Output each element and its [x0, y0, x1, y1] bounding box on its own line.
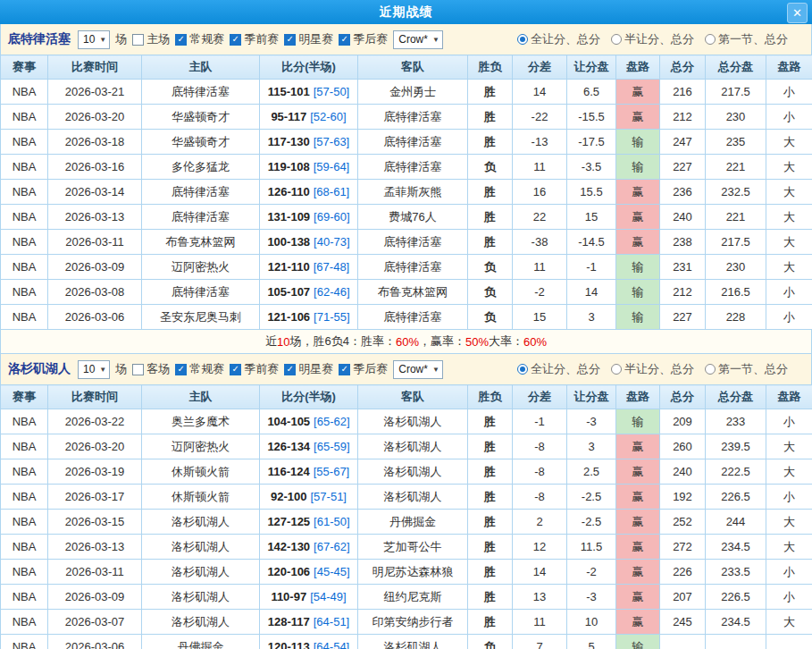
checkbox-icon: ✓: [339, 34, 350, 46]
diff-cell: 14: [513, 560, 567, 585]
column-header: 分差: [513, 385, 567, 409]
column-header: 比赛时间: [48, 55, 142, 80]
total-result-cell: 小: [766, 80, 812, 105]
filter-checkbox-venue[interactable]: 主场: [132, 31, 170, 47]
radio-half-handicap-total[interactable]: 半让分、总分: [611, 31, 694, 47]
result-cell: 胜: [468, 459, 513, 485]
handicap-result-cell: 赢: [616, 205, 660, 230]
radio-icon: [611, 364, 622, 375]
handicap-result-cell: 赢: [616, 535, 660, 560]
column-header: 客队: [358, 55, 468, 80]
score-cell: 120-106[45-45]: [260, 560, 358, 585]
home-team-cell: 多伦多猛龙: [142, 155, 260, 180]
summary-text-segment: ，赢率：: [419, 333, 465, 350]
date-cell: 2026-03-08: [48, 280, 142, 305]
bookmaker-select[interactable]: Crow*▼: [393, 360, 443, 379]
summary-text-segment: 50%: [465, 335, 489, 349]
total-result-cell: 大: [766, 205, 812, 230]
result-cell: 胜: [468, 510, 513, 535]
league-cell: NBA: [1, 180, 48, 205]
half-score: [57-50]: [314, 85, 349, 98]
home-team-cell: 洛杉矶湖人: [142, 535, 260, 560]
close-button[interactable]: ✕: [787, 3, 808, 23]
handicap-cell: -3: [567, 585, 616, 610]
total-result-cell: 大: [766, 510, 812, 535]
games-count-select[interactable]: 10▼: [78, 360, 110, 379]
away-team-cell: 底特律活塞: [358, 305, 468, 330]
total-cell: [660, 635, 706, 649]
half-score: [62-46]: [314, 285, 349, 299]
league-cell: NBA: [1, 155, 48, 180]
handicap-result-cell: 赢: [616, 230, 660, 255]
date-cell: 2026-03-21: [48, 80, 142, 105]
final-score: 95-117: [271, 110, 306, 123]
handicap-cell: -2: [567, 560, 616, 585]
radio-label: 第一节、总分: [718, 361, 788, 377]
final-score: 127-125: [267, 515, 310, 528]
handicap-cell: -14.5: [567, 230, 616, 255]
total-cell: 209: [660, 409, 706, 434]
column-header: 赛事: [1, 55, 48, 80]
radio-first-quarter-total[interactable]: 第一节、总分: [705, 31, 788, 47]
summary-text-segment: 60%: [396, 335, 419, 349]
total-result-cell: [766, 635, 812, 649]
handicap-cell: 3: [567, 434, 616, 459]
filter-checkbox-allstar[interactable]: ✓明星赛: [284, 31, 333, 47]
checkbox-icon: ✓: [230, 34, 241, 46]
handicap-result-cell: 赢: [616, 560, 660, 585]
filter-checkbox-regular-season[interactable]: ✓常规赛: [175, 361, 224, 377]
filter-checkbox-allstar[interactable]: ✓明星赛: [284, 361, 333, 377]
checkbox-label: 明星赛: [298, 361, 333, 377]
filter-checkbox-preseason[interactable]: ✓季前赛: [230, 31, 279, 47]
total-line-cell: [706, 635, 766, 649]
radio-full-handicap-total[interactable]: 全让分、总分: [517, 361, 600, 377]
home-team-cell: 底特律活塞: [142, 205, 260, 230]
total-line-cell: 226.5: [706, 585, 766, 610]
column-header: 盘路: [616, 385, 660, 409]
half-score: [61-50]: [314, 515, 349, 528]
radio-half-handicap-total[interactable]: 半让分、总分: [611, 361, 694, 377]
radio-label: 全让分、总分: [531, 361, 600, 377]
column-header: 总分盘: [706, 55, 766, 80]
column-header: 盘路: [616, 55, 660, 80]
radio-full-handicap-total[interactable]: 全让分、总分: [517, 31, 600, 47]
table-row: NBA2026-03-14底特律活塞126-110[68-61]孟菲斯灰熊胜16…: [1, 180, 812, 205]
filter-checkbox-venue[interactable]: 客场: [132, 361, 170, 377]
final-score: 121-106: [267, 310, 310, 324]
away-team-cell: 底特律活塞: [358, 230, 468, 255]
table-row: NBA2026-03-15洛杉矶湖人127-125[61-50]丹佛掘金胜2-2…: [1, 510, 812, 535]
team-name: 底特律活塞: [8, 31, 71, 47]
filter-checkbox-regular-season[interactable]: ✓常规赛: [175, 31, 224, 47]
column-header: 主队: [142, 55, 260, 80]
handicap-cell: -2.5: [567, 485, 616, 510]
handicap-cell: 10: [567, 610, 616, 635]
filter-checkbox-playoffs[interactable]: ✓季后赛: [339, 31, 388, 47]
summary-text-segment: 场，胜6负4：胜率：: [289, 333, 395, 350]
radio-icon: [517, 364, 528, 375]
handicap-cell: -15.5: [567, 105, 616, 130]
score-cell: 121-106[71-55]: [260, 305, 358, 330]
total-result-cell: 大: [766, 130, 812, 155]
away-team-cell: 孟菲斯灰熊: [358, 180, 468, 205]
total-cell: 252: [660, 510, 706, 535]
column-header: 赛事: [1, 385, 48, 409]
result-cell: 胜: [468, 585, 513, 610]
chevron-down-icon: ▼: [99, 366, 106, 374]
result-cell: 负: [468, 280, 513, 305]
filter-checkbox-playoffs[interactable]: ✓季后赛: [339, 361, 388, 377]
home-team-cell: 洛杉矶湖人: [142, 610, 260, 635]
filter-checkbox-preseason[interactable]: ✓季前赛: [230, 361, 279, 377]
total-result-cell: 小: [766, 305, 812, 330]
date-cell: 2026-03-19: [48, 459, 142, 485]
final-score: 92-100: [271, 490, 306, 503]
bookmaker-select[interactable]: Crow*▼: [393, 30, 443, 49]
radio-first-quarter-total[interactable]: 第一节、总分: [705, 361, 788, 377]
away-team-cell: 丹佛掘金: [358, 510, 468, 535]
score-cell: 117-130[57-63]: [260, 130, 358, 155]
games-count-select[interactable]: 10▼: [78, 30, 110, 49]
chevron-down-icon: ▼: [432, 366, 439, 374]
away-team-cell: 费城76人: [358, 205, 468, 230]
home-team-cell: 华盛顿奇才: [142, 105, 260, 130]
handicap-cell: 15.5: [567, 180, 616, 205]
handicap-cell: 11.5: [567, 535, 616, 560]
